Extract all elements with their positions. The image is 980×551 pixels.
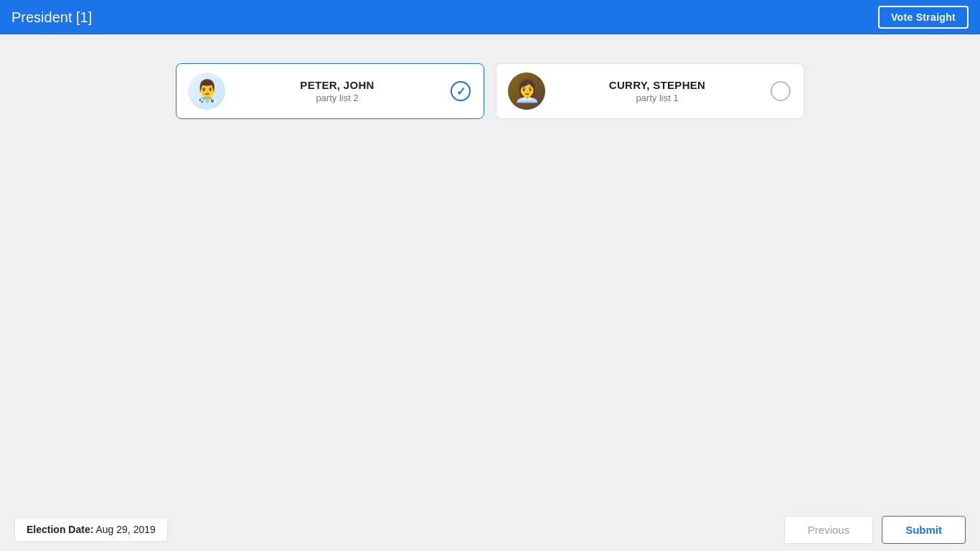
radio-selected-icon (451, 81, 471, 101)
election-date-value: Aug 29, 2019 (95, 524, 155, 535)
election-date-box: Election Date: Aug 29, 2019 (14, 517, 168, 542)
header: President [1] Vote Straight (0, 0, 980, 34)
candidate-party-peter-john: party list 2 (234, 93, 440, 103)
footer-buttons: Previous Submit (784, 516, 966, 544)
vote-straight-button[interactable]: Vote Straight (878, 6, 969, 29)
candidate-party-curry-stephen: party list 1 (554, 93, 760, 103)
page-title: President [1] (11, 9, 92, 26)
avatar-curry-stephen (508, 72, 545, 110)
candidate-info-curry-stephen: CURRY, STEPHEN party list 1 (554, 79, 760, 103)
candidate-info-peter-john: PETER, JOHN party list 2 (234, 79, 440, 103)
submit-button[interactable]: Submit (882, 516, 966, 544)
radio-unselected-icon (771, 81, 791, 101)
election-date-label: Election Date: (27, 524, 93, 535)
previous-button[interactable]: Previous (784, 516, 873, 544)
candidate-card-curry-stephen[interactable]: CURRY, STEPHEN party list 1 (496, 63, 804, 119)
radio-peter-john[interactable] (449, 80, 472, 103)
candidate-card-peter-john[interactable]: PETER, JOHN party list 2 (176, 63, 484, 119)
candidate-name-peter-john: PETER, JOHN (234, 79, 440, 91)
avatar-peter-john (188, 72, 225, 110)
candidate-name-curry-stephen: CURRY, STEPHEN (554, 79, 760, 91)
footer: Election Date: Aug 29, 2019 Previous Sub… (0, 508, 980, 551)
candidates-area: PETER, JOHN party list 2 CURRY, STEPHEN … (0, 34, 980, 148)
radio-curry-stephen[interactable] (769, 80, 792, 103)
